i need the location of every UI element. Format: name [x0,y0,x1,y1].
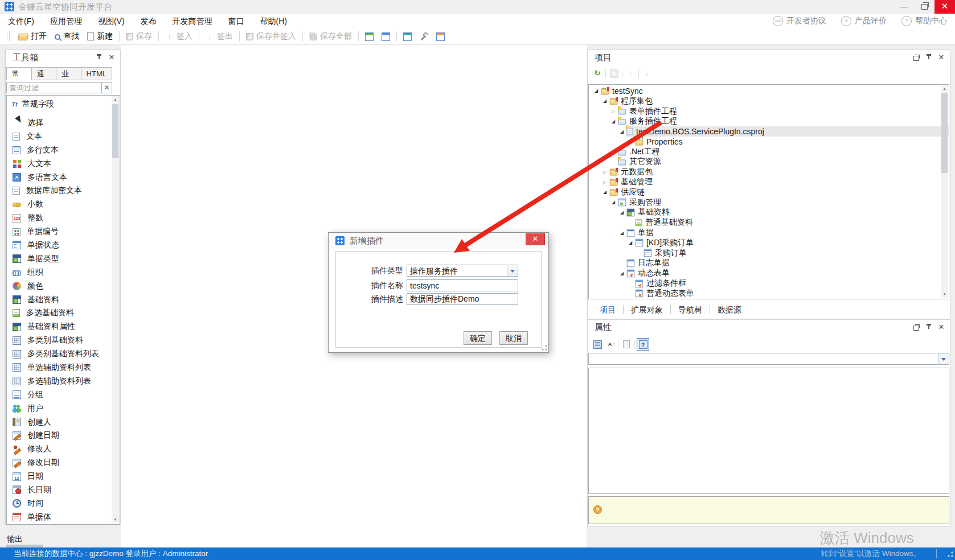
tab-extension-objects[interactable]: 扩展对象 [624,301,670,318]
form-designer-teal-button[interactable] [399,30,416,43]
dialog-close-button[interactable]: ✕ [526,233,545,245]
form-designer-blue-button[interactable] [378,30,394,43]
toolbox-tab-通用[interactable]: 通用 [32,67,57,80]
new-button[interactable]: 新建 [83,30,117,43]
toolbox-item[interactable]: 创建日期 [7,429,120,442]
toolbox-item[interactable]: 修改人 [7,442,120,456]
close-icon[interactable]: ✕ [937,323,945,331]
toolbox-item[interactable]: 选择 [7,116,120,130]
refresh-button[interactable]: ↻ [591,67,604,80]
plugin-type-dropdown[interactable]: 操作服务插件 [407,265,518,277]
toolbox-tab-业务[interactable]: 业务 [56,67,81,80]
toolbox-tab-常规[interactable]: 常规 [6,67,32,80]
chevron-down-icon[interactable] [507,265,518,276]
tree-item[interactable]: ◢程序集包 [589,96,949,106]
minimize-button[interactable]: — [893,0,914,14]
toolbox-item[interactable]: 颜色 [7,279,120,293]
product-review-link[interactable]: ☺产品评价 [841,16,887,26]
scrollbar-thumb[interactable] [112,104,118,158]
menu-item-4[interactable]: 发布 [133,14,165,28]
menu-item-3[interactable]: 视图(V) [90,14,133,28]
expand-icon[interactable]: ▷ [609,109,617,114]
plugin-desc-input[interactable] [407,294,518,304]
toolbox-item[interactable]: 单据类型 [7,252,120,266]
menu-item-2[interactable]: 应用管理 [42,14,90,28]
tree-item[interactable]: ◢testSync [589,86,949,96]
tree-item[interactable]: ◢动态表单 [589,268,949,278]
tree-item[interactable]: ▷.Net工程 [589,147,949,157]
toolbox-item[interactable]: 多类别基础资料 [7,333,120,347]
tree-item[interactable]: 日志单据 [589,258,949,269]
toolbox-scrollbar[interactable]: ▲ ▼ [112,96,119,524]
toolbox-item[interactable]: 创建人 [7,415,120,429]
tree-item[interactable]: 过滤条件框 [589,278,949,289]
toolbox-item[interactable]: 多行文本 [7,143,120,157]
toolbox-item[interactable]: 大文本 [7,157,120,171]
scrollbar-thumb[interactable] [941,93,948,173]
toolbox-item[interactable]: 基础资料 [7,293,120,307]
tree-item[interactable]: ◢基础资料 [589,208,949,218]
toolbox-section-header[interactable]: Tt 常规字段 ▲ [7,96,120,112]
tab-nav-tree[interactable]: 导航树 [671,301,710,318]
collapse-icon[interactable]: ◢ [609,119,617,124]
expand-icon[interactable]: ▷ [626,139,634,144]
open-button[interactable]: 打开 [14,30,51,43]
toolbox-item[interactable]: 长日期 [7,483,120,497]
chevron-down-icon[interactable] [938,353,949,364]
tree-item[interactable]: ▷表单插件工程 [589,106,949,117]
maximize-button[interactable] [914,0,934,14]
tree-item[interactable]: ◢采购管理 [589,197,949,208]
collapse-icon[interactable]: ◢ [601,98,609,104]
scroll-up-icon[interactable]: ▲ [941,85,948,93]
tree-scrollbar[interactable]: ▲ ▼ [941,85,948,298]
pin-icon[interactable] [925,53,933,61]
toolbox-item[interactable]: 数据库加密文本 [7,184,120,197]
pin-icon[interactable] [925,323,933,331]
close-icon[interactable]: ✕ [937,53,945,61]
property-pages-button[interactable] [620,338,633,351]
collapse-icon[interactable]: ◢ [609,200,617,205]
toolbox-item[interactable]: 分组 [7,388,120,402]
dialog-resize-grip[interactable] [541,345,547,351]
toolbox-item[interactable]: 多类别基础资料列表 [7,347,120,361]
clear-filter-icon[interactable]: ✕ [102,82,112,93]
menu-item-1[interactable]: 文件(F) [0,14,42,28]
toolbox-item[interactable]: 单据体 [7,510,120,524]
tree-item[interactable]: ▷基础管理 [589,177,949,187]
scroll-up-icon[interactable]: ▲ [112,96,119,104]
toolbox-item[interactable]: 文本 [7,130,120,143]
close-button[interactable]: ✕ [934,0,955,14]
toolbox-item[interactable]: 多选基础资料 [7,306,120,320]
form-designer-green-button[interactable] [361,30,378,43]
tree-item[interactable]: 采购订单 [589,248,949,258]
resize-grip-icon[interactable] [946,551,953,558]
tools-button[interactable] [416,30,432,43]
collapse-icon[interactable]: ◢ [592,88,600,93]
collapse-icon[interactable]: ◢ [601,190,609,195]
tree-item[interactable]: 普通基础资料 [589,217,949,228]
output-tab[interactable]: 输出 [7,534,23,545]
tree-item[interactable]: ◢单据 [589,228,949,238]
scroll-down-icon[interactable]: ▼ [941,291,948,298]
pin-icon[interactable] [95,53,103,61]
cancel-button[interactable]: 取消 [499,331,528,345]
ok-button[interactable]: 确定 [464,331,492,345]
tree-item[interactable]: ▷Properties [589,137,949,147]
tree-item[interactable]: ◢供应链 [589,187,949,197]
expand-icon[interactable]: ▷ [609,149,617,154]
collapse-icon[interactable]: ◢ [618,230,626,236]
expand-icon[interactable]: ▷ [601,170,609,175]
collapse-icon[interactable]: ◢ [618,271,626,276]
menu-item-7[interactable]: 帮助(H) [252,14,295,28]
sort-alphabetical-button[interactable]: A [604,338,616,351]
developer-agreement-link[interactable]: </>开发者协议 [773,16,826,26]
toolbox-item[interactable]: 基础资料属性 [7,320,120,333]
plugin-name-input[interactable] [407,280,518,291]
dialog-title-bar[interactable]: 新增插件 ✕ [329,233,548,249]
toolbox-item[interactable]: A多语言文本 [7,171,120,184]
toolbox-item[interactable]: 时间 [7,497,120,510]
tree-item[interactable]: ◢[KD]采购订单 [589,238,949,248]
tree-item[interactable]: ◢服务插件工程 [589,116,949,126]
toolbox-item[interactable]: 单据编号 [7,225,120,238]
tree-item[interactable]: ▷元数据包 [589,167,949,177]
